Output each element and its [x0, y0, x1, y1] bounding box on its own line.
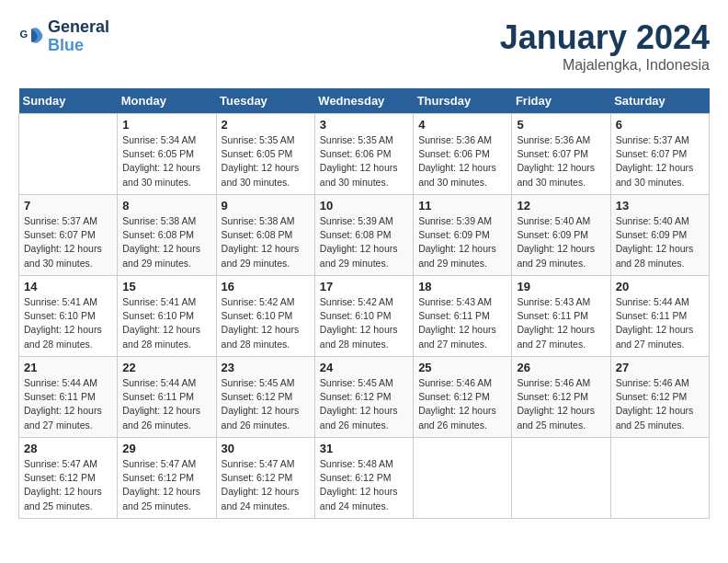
calendar-cell: 29Sunrise: 5:47 AMSunset: 6:12 PMDayligh…: [118, 438, 216, 519]
day-number: 22: [122, 361, 210, 374]
day-header-tuesday: Tuesday: [216, 88, 314, 114]
day-number: 8: [122, 199, 210, 213]
day-info: Sunrise: 5:36 AMSunset: 6:07 PMDaylight:…: [517, 133, 605, 190]
day-number: 19: [517, 280, 605, 293]
month-title: January 2024: [500, 18, 710, 57]
day-info: Sunrise: 5:40 AMSunset: 6:09 PMDaylight:…: [517, 214, 605, 270]
day-number: 16: [222, 280, 310, 293]
day-number: 27: [616, 361, 704, 374]
calendar-cell: 11Sunrise: 5:39 AMSunset: 6:09 PMDayligh…: [414, 195, 512, 276]
calendar-cell: 3Sunrise: 5:35 AMSunset: 6:06 PMDaylight…: [314, 114, 413, 195]
calendar-cell: 15Sunrise: 5:41 AMSunset: 6:10 PMDayligh…: [118, 276, 216, 357]
day-info: Sunrise: 5:47 AMSunset: 6:12 PMDaylight:…: [222, 457, 310, 513]
day-number: 28: [24, 442, 112, 455]
page-header: G GeneralBlue January 2024 Majalengka, I…: [18, 18, 710, 74]
calendar-cell: 21Sunrise: 5:44 AMSunset: 6:11 PMDayligh…: [19, 357, 118, 438]
day-info: Sunrise: 5:38 AMSunset: 6:08 PMDaylight:…: [222, 214, 310, 270]
calendar-cell: 12Sunrise: 5:40 AMSunset: 6:09 PMDayligh…: [512, 195, 610, 276]
calendar-cell: 2Sunrise: 5:35 AMSunset: 6:05 PMDaylight…: [216, 114, 314, 195]
day-info: Sunrise: 5:44 AMSunset: 6:11 PMDaylight:…: [122, 376, 210, 432]
day-info: Sunrise: 5:44 AMSunset: 6:11 PMDaylight:…: [616, 295, 704, 351]
day-number: 14: [24, 280, 112, 293]
day-info: Sunrise: 5:45 AMSunset: 6:12 PMDaylight:…: [320, 376, 408, 432]
calendar-cell: 5Sunrise: 5:36 AMSunset: 6:07 PMDaylight…: [512, 114, 610, 195]
day-header-friday: Friday: [512, 88, 610, 114]
calendar-header-row: SundayMondayTuesdayWednesdayThursdayFrid…: [19, 88, 710, 114]
day-number: 24: [320, 361, 408, 374]
calendar-cell: 1Sunrise: 5:34 AMSunset: 6:05 PMDaylight…: [118, 114, 216, 195]
calendar-week-2: 7Sunrise: 5:37 AMSunset: 6:07 PMDaylight…: [19, 195, 710, 276]
day-info: Sunrise: 5:42 AMSunset: 6:10 PMDaylight:…: [222, 295, 310, 351]
day-info: Sunrise: 5:37 AMSunset: 6:07 PMDaylight:…: [616, 133, 704, 190]
day-info: Sunrise: 5:37 AMSunset: 6:07 PMDaylight:…: [24, 214, 112, 270]
logo-icon: G: [18, 24, 44, 50]
calendar-cell: 20Sunrise: 5:44 AMSunset: 6:11 PMDayligh…: [610, 276, 709, 357]
calendar-cell: 16Sunrise: 5:42 AMSunset: 6:10 PMDayligh…: [216, 276, 314, 357]
day-number: 21: [24, 361, 112, 374]
day-info: Sunrise: 5:35 AMSunset: 6:05 PMDaylight:…: [222, 133, 310, 190]
calendar-cell: 22Sunrise: 5:44 AMSunset: 6:11 PMDayligh…: [118, 357, 216, 438]
calendar-cell: [19, 114, 118, 195]
day-info: Sunrise: 5:36 AMSunset: 6:06 PMDaylight:…: [418, 133, 506, 190]
day-info: Sunrise: 5:48 AMSunset: 6:12 PMDaylight:…: [320, 457, 408, 513]
day-info: Sunrise: 5:46 AMSunset: 6:12 PMDaylight:…: [418, 376, 506, 432]
day-number: 1: [122, 118, 210, 132]
day-number: 20: [616, 280, 704, 293]
calendar-cell: [610, 438, 709, 519]
day-info: Sunrise: 5:41 AMSunset: 6:10 PMDaylight:…: [122, 295, 210, 351]
day-info: Sunrise: 5:44 AMSunset: 6:11 PMDaylight:…: [24, 376, 112, 432]
calendar-body: 1Sunrise: 5:34 AMSunset: 6:05 PMDaylight…: [19, 114, 710, 519]
calendar-cell: 8Sunrise: 5:38 AMSunset: 6:08 PMDaylight…: [118, 195, 216, 276]
calendar-cell: 30Sunrise: 5:47 AMSunset: 6:12 PMDayligh…: [216, 438, 314, 519]
calendar-cell: 18Sunrise: 5:43 AMSunset: 6:11 PMDayligh…: [414, 276, 512, 357]
calendar-cell: 7Sunrise: 5:37 AMSunset: 6:07 PMDaylight…: [19, 195, 118, 276]
day-header-wednesday: Wednesday: [314, 88, 413, 114]
calendar-cell: 31Sunrise: 5:48 AMSunset: 6:12 PMDayligh…: [314, 438, 413, 519]
day-number: 13: [616, 199, 704, 213]
calendar-week-3: 14Sunrise: 5:41 AMSunset: 6:10 PMDayligh…: [19, 276, 710, 357]
day-number: 15: [122, 280, 210, 293]
day-number: 30: [222, 442, 310, 455]
day-info: Sunrise: 5:39 AMSunset: 6:08 PMDaylight:…: [320, 214, 408, 270]
day-number: 29: [122, 442, 210, 455]
day-header-monday: Monday: [118, 88, 216, 114]
svg-text:G: G: [19, 29, 28, 40]
day-info: Sunrise: 5:40 AMSunset: 6:09 PMDaylight:…: [616, 214, 704, 270]
day-info: Sunrise: 5:47 AMSunset: 6:12 PMDaylight:…: [122, 457, 210, 513]
day-number: 31: [320, 442, 408, 455]
day-info: Sunrise: 5:47 AMSunset: 6:12 PMDaylight:…: [24, 457, 112, 513]
day-info: Sunrise: 5:38 AMSunset: 6:08 PMDaylight:…: [122, 214, 210, 270]
day-number: 5: [517, 118, 605, 132]
day-info: Sunrise: 5:34 AMSunset: 6:05 PMDaylight:…: [122, 133, 210, 190]
day-number: 2: [222, 118, 310, 132]
calendar-cell: 6Sunrise: 5:37 AMSunset: 6:07 PMDaylight…: [610, 114, 709, 195]
day-number: 12: [517, 199, 605, 213]
day-number: 18: [418, 280, 506, 293]
day-info: Sunrise: 5:46 AMSunset: 6:12 PMDaylight:…: [616, 376, 704, 432]
calendar-cell: 13Sunrise: 5:40 AMSunset: 6:09 PMDayligh…: [610, 195, 709, 276]
day-number: 9: [222, 199, 310, 213]
calendar-table: SundayMondayTuesdayWednesdayThursdayFrid…: [18, 88, 710, 519]
calendar-week-1: 1Sunrise: 5:34 AMSunset: 6:05 PMDaylight…: [19, 114, 710, 195]
calendar-cell: 14Sunrise: 5:41 AMSunset: 6:10 PMDayligh…: [19, 276, 118, 357]
calendar-cell: 4Sunrise: 5:36 AMSunset: 6:06 PMDaylight…: [414, 114, 512, 195]
day-number: 23: [222, 361, 310, 374]
calendar-cell: 28Sunrise: 5:47 AMSunset: 6:12 PMDayligh…: [19, 438, 118, 519]
day-number: 3: [320, 118, 408, 132]
day-info: Sunrise: 5:42 AMSunset: 6:10 PMDaylight:…: [320, 295, 408, 351]
calendar-cell: 25Sunrise: 5:46 AMSunset: 6:12 PMDayligh…: [414, 357, 512, 438]
calendar-cell: 17Sunrise: 5:42 AMSunset: 6:10 PMDayligh…: [314, 276, 413, 357]
day-number: 4: [418, 118, 506, 132]
day-info: Sunrise: 5:35 AMSunset: 6:06 PMDaylight:…: [320, 133, 408, 190]
title-block: January 2024 Majalengka, Indonesia: [500, 18, 710, 74]
logo-text: GeneralBlue: [48, 18, 109, 55]
calendar-cell: 23Sunrise: 5:45 AMSunset: 6:12 PMDayligh…: [216, 357, 314, 438]
calendar-cell: 10Sunrise: 5:39 AMSunset: 6:08 PMDayligh…: [314, 195, 413, 276]
day-number: 7: [24, 199, 112, 213]
calendar-cell: 9Sunrise: 5:38 AMSunset: 6:08 PMDaylight…: [216, 195, 314, 276]
day-header-thursday: Thursday: [414, 88, 512, 114]
day-info: Sunrise: 5:41 AMSunset: 6:10 PMDaylight:…: [24, 295, 112, 351]
calendar-week-5: 28Sunrise: 5:47 AMSunset: 6:12 PMDayligh…: [19, 438, 710, 519]
calendar-week-4: 21Sunrise: 5:44 AMSunset: 6:11 PMDayligh…: [19, 357, 710, 438]
calendar-cell: [512, 438, 610, 519]
